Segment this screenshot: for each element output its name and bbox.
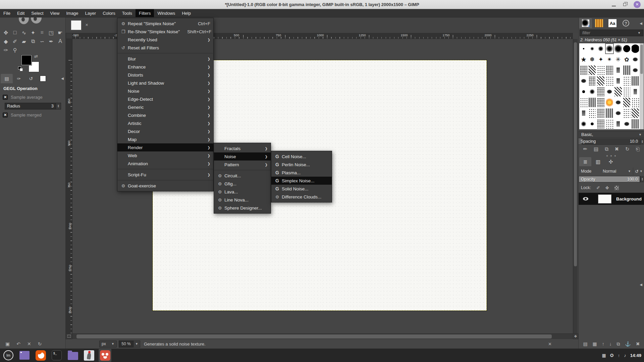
brush-item-noise[interactable] <box>605 65 614 76</box>
swap-colors-icon[interactable]: ⇄ <box>34 54 38 59</box>
menubar-item-colors[interactable]: Colors <box>99 9 119 17</box>
brush-item-soft12[interactable] <box>579 119 588 129</box>
tab-patterns[interactable] <box>593 18 605 28</box>
vertical-ruler[interactable]: 250500750100012501500 <box>66 39 72 333</box>
brush-item-smudge[interactable] <box>631 76 640 86</box>
noise-submenu-item-solid-noise[interactable]: GSolid Noise... <box>271 185 332 193</box>
brush-item-blob[interactable] <box>614 108 623 119</box>
brush-item-orange[interactable] <box>605 97 614 108</box>
brush-item-chalk[interactable] <box>631 86 640 97</box>
brush-item-hatch[interactable] <box>596 76 605 86</box>
new-group-icon[interactable]: ▦ <box>593 341 597 347</box>
duplicate-brush-icon[interactable]: ⧉ <box>605 146 608 152</box>
brush-scrollbar[interactable] <box>640 43 644 129</box>
tray-grid-icon[interactable]: ▦ <box>602 353 606 358</box>
unit-dropdown[interactable]: px ▼ <box>99 341 117 348</box>
tool-paintbrush-icon[interactable]: ✐ <box>10 37 19 46</box>
menubar-item-help[interactable]: Help <box>178 9 194 17</box>
brush-item-soft12[interactable] <box>588 86 597 97</box>
brush-item-blob[interactable] <box>579 76 588 86</box>
brush-item-noise[interactable] <box>588 76 597 86</box>
tab-channels[interactable]: ▥ <box>592 157 604 166</box>
status-cancel-icon[interactable]: ✕ <box>548 342 552 347</box>
brush-item-blob[interactable] <box>631 65 640 76</box>
brush-item-griddots[interactable] <box>579 97 588 108</box>
radius-spinner[interactable]: Radius 3 ▲▼ <box>5 103 61 109</box>
delete-brush-icon[interactable]: ✖ <box>615 146 619 152</box>
brush-item-griddots[interactable] <box>623 76 631 86</box>
brush-item-flower[interactable]: ✿ <box>623 54 631 65</box>
tab-device-status[interactable]: ✑ <box>13 74 25 83</box>
menubar-item-view[interactable]: View <box>47 9 63 17</box>
save-tool-preset-icon[interactable]: ▣ <box>5 341 10 347</box>
filters-menu-item-animation[interactable]: Animation❯ <box>117 160 213 168</box>
menubar-item-select[interactable]: Select <box>28 9 47 17</box>
brush-group-dropdown[interactable]: Basic, ▼ <box>579 131 644 138</box>
tab-brushes[interactable]: + <box>579 18 592 28</box>
render-submenu-item-fractals[interactable]: Fractals❯ <box>214 144 271 152</box>
brush-item-smudge[interactable] <box>588 97 597 108</box>
brush-item-soft16[interactable] <box>605 43 614 54</box>
image-tab-thumbnail[interactable] <box>71 20 82 30</box>
brush-item-burst[interactable]: ✴ <box>605 54 614 65</box>
taskbar-app-firefox[interactable] <box>34 349 47 362</box>
foreground-color-swatch[interactable] <box>21 55 32 65</box>
tool-handle-transform-icon[interactable]: ☛ <box>56 28 65 37</box>
noise-submenu-item-perlin-noise[interactable]: GPerlin Noise... <box>271 161 332 169</box>
tool-eraser-icon[interactable]: ▰ <box>19 37 29 46</box>
render-submenu-item-line-nova[interactable]: ⚙Line Nova... <box>214 196 271 204</box>
brush-item-blob[interactable] <box>631 54 640 65</box>
render-submenu-item-circuit[interactable]: ⚙Circuit... <box>214 172 271 180</box>
brush-item-griddots[interactable] <box>588 108 597 119</box>
opacity-slider[interactable]: Opacity 100.0 <box>579 176 640 182</box>
taskbar-app-file-manager[interactable] <box>66 349 79 362</box>
brush-filter-input[interactable]: filter ▼ <box>580 30 643 36</box>
tool-free-select-icon[interactable]: ∿ <box>19 28 29 37</box>
filters-menu-item-blur[interactable]: Blur❯ <box>117 55 213 63</box>
mode-switch-button[interactable]: ↺ ▼ <box>633 168 644 175</box>
taskbar-app-gimp[interactable] <box>99 349 111 362</box>
opacity-stepper[interactable]: ▲▼ <box>640 176 644 182</box>
tab-document-history[interactable]: ? <box>620 18 632 28</box>
new-brush-icon[interactable]: ▤ <box>594 146 598 152</box>
brush-item-noise[interactable] <box>596 86 605 97</box>
menubar-item-layer[interactable]: Layer <box>82 9 100 17</box>
brush-item-disc26[interactable] <box>631 43 640 54</box>
brush-item-disc22[interactable] <box>623 43 631 54</box>
filters-menu-item-decor[interactable]: Decor❯ <box>117 127 213 135</box>
tool-clone-icon[interactable]: ⧉ <box>29 37 38 46</box>
brush-item-blob[interactable] <box>623 119 631 129</box>
filters-menu-item-repeat-simplex-noise[interactable]: ⚙Repeat "Simplex Noise"Ctrl+F <box>117 19 213 28</box>
tab-fonts[interactable]: Aa <box>606 18 619 28</box>
tool-crop-icon[interactable]: ⌗ <box>38 28 47 37</box>
noise-submenu-item-difference-clouds[interactable]: ⚙Difference Clouds... <box>271 193 332 201</box>
menubar-item-filters[interactable]: Filters <box>136 9 154 17</box>
brush-item-aster[interactable]: ✳ <box>614 54 623 65</box>
tool-fuzzy-select-icon[interactable]: ✦ <box>29 28 38 37</box>
noise-submenu-item-cell-noise[interactable]: GCell Noise... <box>271 152 332 161</box>
delete-layer-icon[interactable]: ✖ <box>636 341 640 347</box>
collapse-dock-icon[interactable]: ◀ <box>640 283 642 286</box>
brush-item-blob[interactable] <box>605 86 614 97</box>
lock-alpha-icon[interactable] <box>614 186 619 190</box>
tab-paths[interactable]: ✣ <box>605 157 617 166</box>
delete-tool-preset-icon[interactable]: ✕ <box>27 341 31 347</box>
brush-item-hatch[interactable] <box>588 65 597 76</box>
restore-tool-preset-icon[interactable]: ↶ <box>16 341 20 347</box>
maximize-button-icon[interactable] <box>623 3 626 6</box>
render-submenu-item-gfig[interactable]: ⚙Gfig... <box>214 180 271 188</box>
filters-menu-item-render[interactable]: Render❯ <box>117 143 213 151</box>
brush-item-blob[interactable] <box>614 97 623 108</box>
tool-smudge-icon[interactable]: ∽ <box>38 37 47 46</box>
filters-menu-item-distorts[interactable]: Distorts❯ <box>117 71 213 79</box>
tab-undo-history[interactable]: ↺ <box>25 74 37 83</box>
tab-layers[interactable]: ≣ <box>579 157 591 166</box>
menubar-item-edit[interactable]: Edit <box>14 9 28 17</box>
filters-menu-item-edge-detect[interactable]: Edge-Detect❯ <box>117 95 213 103</box>
tray-shield-icon[interactable]: ✪ <box>610 353 614 358</box>
filters-menu-item-light-and-shadow[interactable]: Light and Shadow❯ <box>117 79 213 87</box>
brush-item-griddots[interactable] <box>596 65 605 76</box>
ruler-corner-button[interactable] <box>66 33 72 39</box>
brush-item-chalk[interactable] <box>614 65 623 76</box>
tool-color-picker-icon[interactable]: ✑ <box>1 46 10 54</box>
